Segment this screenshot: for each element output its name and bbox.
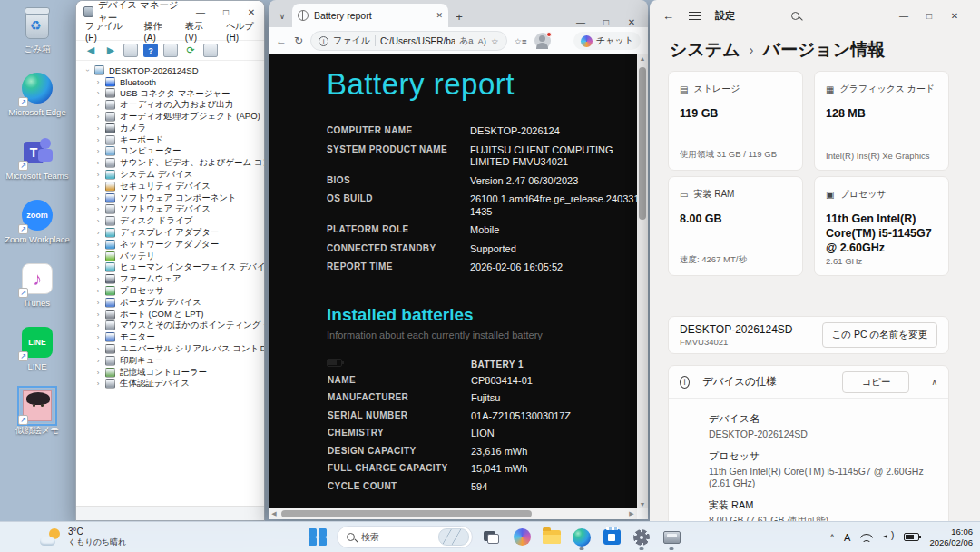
tree-item[interactable]: ›ユニバーサル シリアル バス コントローラー — [76, 343, 264, 355]
expand-chevron-icon[interactable]: › — [93, 113, 103, 121]
expand-chevron-icon[interactable]: › — [93, 287, 103, 295]
expand-chevron-icon[interactable]: › — [93, 369, 103, 377]
close-button[interactable]: ✕ — [942, 11, 967, 21]
scan-hardware-icon[interactable]: ⟳ — [183, 44, 198, 57]
desktop-icon-teams[interactable]: ↗Microsoft Teams — [0, 131, 74, 194]
tab-search-icon[interactable]: ∨ — [272, 5, 292, 27]
tree-item[interactable]: ›USB コネクタ マネージャー — [76, 88, 264, 100]
minimize-button[interactable]: — — [891, 11, 916, 21]
expand-chevron-icon[interactable]: › — [93, 89, 103, 97]
translate-icon[interactable]: あa — [459, 35, 473, 47]
menu-item[interactable]: ファイル(F) — [85, 20, 131, 43]
desktop-icon-itunes[interactable]: ♪↗iTunes — [0, 258, 74, 321]
expand-chevron-icon[interactable]: › — [93, 252, 103, 261]
desktop-icon-portrait[interactable]: ↗似顔絵メモ — [0, 385, 74, 448]
expand-chevron-icon[interactable]: › — [93, 136, 103, 144]
expand-chevron-icon[interactable]: › — [93, 229, 103, 237]
tree-item[interactable]: ›コンピューター — [76, 146, 264, 158]
settings-taskbar-button[interactable] — [631, 525, 652, 550]
scroll-up-icon[interactable]: ▲ — [637, 55, 648, 62]
read-aloud-icon[interactable]: A) — [477, 36, 486, 46]
taskbar-search[interactable]: 検索 — [337, 526, 473, 548]
minimize-button[interactable]: — — [188, 7, 213, 17]
scrollbar-thumb[interactable] — [639, 67, 646, 220]
vertical-scrollbar[interactable]: ▲ ▼ — [637, 54, 648, 508]
device-specs-header[interactable]: i デバイスの仕様 コピー ∧ — [669, 366, 948, 399]
expand-chevron-icon[interactable]: › — [93, 78, 103, 86]
tree-item[interactable]: ›マウスとそのほかのポインティング デバイス — [76, 320, 264, 332]
tree-item[interactable]: ›システム デバイス — [76, 169, 264, 181]
info-icon[interactable]: i — [318, 36, 328, 46]
expand-chevron-icon[interactable]: › — [93, 241, 103, 249]
tree-item[interactable]: ›ファームウェア — [76, 273, 264, 285]
profile-avatar[interactable] — [534, 33, 551, 49]
file-explorer-button[interactable] — [541, 525, 563, 550]
horizontal-scrollbar[interactable]: ◀ ▶ — [269, 508, 637, 519]
scroll-left-icon[interactable]: ◀ — [269, 510, 279, 518]
tree-item[interactable]: ›バッテリ — [76, 251, 264, 262]
desktop-icon-edge[interactable]: ↗Microsoft Edge — [0, 67, 74, 131]
tree-item[interactable]: ›セキュリティ デバイス — [76, 181, 264, 192]
task-view-button[interactable] — [481, 525, 503, 550]
expand-chevron-icon[interactable]: › — [93, 101, 103, 109]
tree-item[interactable]: ›ディスプレイ アダプター — [76, 227, 264, 239]
new-tab-button[interactable]: + — [448, 5, 470, 27]
expand-chevron-icon[interactable]: › — [93, 147, 103, 155]
tree-item[interactable]: ›生体認証デバイス — [76, 379, 264, 390]
minimize-button[interactable]: — — [568, 17, 593, 27]
back-icon[interactable]: ◀ — [83, 44, 98, 57]
copilot-chat-button[interactable]: チャット — [573, 32, 641, 50]
tree-item[interactable]: ›Bluetooth — [76, 76, 264, 88]
menu-item[interactable]: ヘルプ(H) — [226, 20, 264, 43]
tree-item[interactable]: ›印刷キュー — [76, 355, 264, 367]
tree-item[interactable]: ›ディスク ドライブ — [76, 215, 264, 227]
maximize-button[interactable]: □ — [916, 11, 942, 21]
tree-item[interactable]: ›ソフトウェア デバイス — [76, 204, 264, 216]
expand-chevron-icon[interactable]: › — [93, 217, 103, 225]
favorite-star-icon[interactable]: ☆ — [491, 36, 499, 46]
tree-item[interactable]: ›ヒューマン インターフェイス デバイス — [76, 262, 264, 274]
devices-list-icon[interactable] — [203, 44, 218, 57]
tree-item[interactable]: ›カメラ — [76, 123, 264, 134]
refresh-button[interactable]: ↻ — [294, 34, 303, 47]
address-bar[interactable]: i ファイル C:/Users/USER/batt... あa A) ☆ — [310, 31, 506, 51]
tab-close-icon[interactable]: ✕ — [436, 11, 443, 20]
store-button[interactable] — [601, 525, 622, 550]
menu-item[interactable]: 操作(A) — [143, 20, 172, 43]
tree-item[interactable]: ›ネットワーク アダプター — [76, 239, 264, 251]
clock[interactable]: 16:06 2026/02/06 — [929, 527, 973, 547]
expand-chevron-icon[interactable]: › — [93, 124, 103, 133]
expand-chevron-icon[interactable]: › — [93, 182, 103, 191]
expand-chevron-icon[interactable]: › — [93, 275, 103, 283]
tree-item[interactable]: ›ポート (COM と LPT) — [76, 309, 264, 320]
weather-widget[interactable]: 3°C くもりのち晴れ — [40, 527, 126, 548]
search-icon[interactable] — [791, 12, 799, 20]
tree-item[interactable]: ›モニター — [76, 331, 264, 343]
desktop-icon-recycle-bin[interactable]: ごみ箱 — [0, 4, 74, 67]
close-button[interactable]: ✕ — [239, 7, 264, 17]
favorites-bar-icon[interactable]: ☆≡ — [514, 36, 527, 46]
back-button[interactable]: ← — [662, 9, 674, 23]
copilot-button[interactable] — [511, 525, 533, 550]
tree-item[interactable]: ›記憶域コントローラー — [76, 367, 264, 379]
desktop-icon-line[interactable]: LINE↗LINE — [0, 321, 74, 385]
hidden-icons-chevron[interactable]: ^ — [830, 533, 834, 542]
forward-icon[interactable]: ▶ — [103, 44, 118, 57]
chevron-up-icon[interactable]: ∧ — [931, 378, 937, 387]
expand-chevron-icon[interactable]: › — [93, 357, 103, 365]
rename-pc-button[interactable]: この PC の名前を変更 — [822, 322, 937, 348]
back-button[interactable]: ← — [276, 34, 287, 47]
expand-chevron-icon[interactable]: › — [93, 205, 103, 213]
expand-chevron-icon[interactable]: › — [93, 333, 103, 341]
tree-item[interactable]: ›DESKTOP-2026124SD — [76, 64, 264, 76]
more-menu-icon[interactable]: … — [558, 36, 567, 46]
ime-indicator[interactable]: A — [844, 532, 850, 543]
tree-item[interactable]: ›サウンド、ビデオ、およびゲーム コントローラー — [76, 157, 264, 169]
hamburger-menu-icon[interactable] — [689, 12, 701, 20]
menu-item[interactable]: 表示(V) — [185, 20, 213, 43]
console-tree-icon[interactable] — [123, 44, 138, 57]
expand-chevron-icon[interactable]: › — [83, 64, 92, 75]
expand-chevron-icon[interactable]: › — [93, 171, 103, 179]
close-button[interactable]: ✕ — [619, 17, 644, 27]
copy-button[interactable]: コピー — [842, 371, 909, 393]
